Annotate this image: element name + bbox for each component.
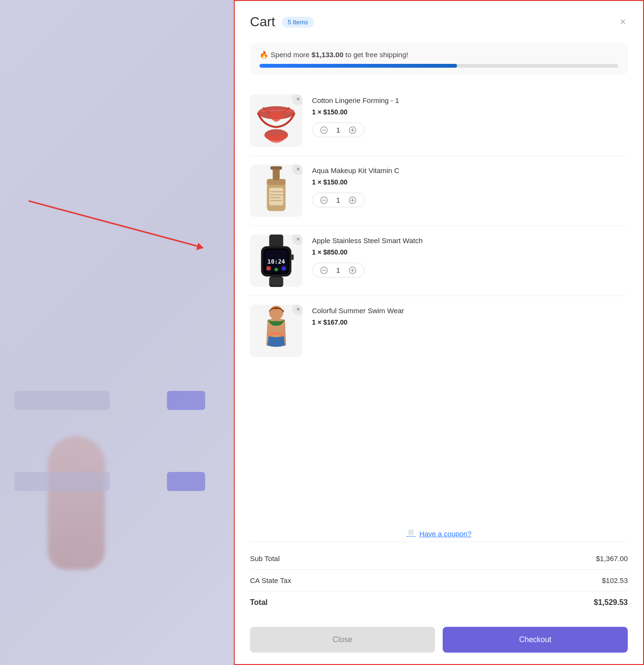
coupon-link[interactable]: 🦷 Have a coupon? [250,522,628,542]
svg-rect-12 [270,166,282,170]
decrease-qty-button[interactable] [320,196,328,204]
shipping-amount: $1,133.00 [312,51,343,59]
close-icon-button[interactable]: × [618,15,628,29]
total-row: Total $1,529.53 [250,592,628,614]
item-details: Colorful Summer Swim Wear 1 × $167.00 [312,305,628,333]
cart-title-area: Cart 5 Items [250,14,314,30]
tax-amount: $102.53 [602,576,628,584]
svg-rect-31 [269,276,283,287]
item-price: 1 × $167.00 [312,318,628,326]
bg-bar-accent [167,391,205,410]
svg-text:10:24: 10:24 [268,258,285,265]
checkout-button[interactable]: Checkout [443,627,628,653]
bg-figure [48,436,105,570]
shipping-progress-fill [260,64,457,68]
quantity-value: 1 [334,196,342,204]
coupon-icon: 🦷 [406,529,415,538]
item-price: 1 × $150.00 [312,178,628,186]
item-details: Aqua Makeup Kit Vitamin C 1 × $150.00 1 [312,164,628,207]
cart-panel: Cart 5 Items × 🔥 Spend more $1,133.00 to… [234,0,644,665]
bg-bar-accent [167,472,205,491]
item-name: Colorful Summer Swim Wear [312,307,628,315]
item-name: Aqua Makeup Kit Vitamin C [312,166,628,174]
item-price: 1 × $150.00 [312,108,628,116]
bg-bar [14,472,110,491]
cart-items-badge: 5 Items [282,17,314,28]
cart-item: × Colorful Summer [250,296,628,366]
shipping-prefix: 🔥 Spend more [260,51,312,59]
item-details: Apple Stainless Steel Smart Watch 1 × $8… [312,235,628,277]
bg-bar [14,391,110,410]
total-label: Total [250,598,268,607]
close-button[interactable]: Close [250,627,435,653]
item-details: Cotton Lingerie Forming - 1 1 × $150.00 … [312,94,628,137]
item-name: Apple Stainless Steel Smart Watch [312,236,628,245]
increase-qty-button[interactable] [349,126,356,134]
item-name: Cotton Lingerie Forming - 1 [312,96,628,104]
shipping-banner: 🔥 Spend more $1,133.00 to get free shipp… [250,43,628,74]
increase-qty-button[interactable] [349,266,356,274]
subtotal-row: Sub Total $1,367.00 [250,548,628,570]
coupon-label: Have a coupon? [419,530,471,538]
tax-label: CA State Tax [250,576,291,584]
decrease-qty-button[interactable] [320,126,328,134]
subtotal-amount: $1,367.00 [596,554,628,563]
svg-point-30 [281,266,286,271]
cart-item: × 10:24 [250,226,628,296]
quantity-control: 1 [312,263,364,277]
quantity-control: 1 [312,123,364,137]
increase-qty-button[interactable] [349,196,356,204]
quantity-value: 1 [334,126,342,134]
cart-title: Cart [250,14,275,30]
shipping-suffix: to get free shipping! [343,51,408,59]
total-amount: $1,529.53 [594,598,628,607]
shipping-progress-bar [260,64,618,68]
item-price: 1 × $850.00 [312,248,628,256]
cart-header: Cart 5 Items × [250,14,628,30]
svg-rect-23 [269,235,283,247]
item-image-wrap: × [250,305,302,357]
cart-totals: Sub Total $1,367.00 CA State Tax $102.53… [250,544,628,617]
svg-point-28 [266,266,271,271]
decrease-qty-button[interactable] [320,266,328,274]
item-image-wrap: × [250,164,302,217]
item-image-wrap: × [250,94,302,147]
cart-items-list: × Cotton Lingerie Forming - [250,86,628,514]
subtotal-label: Sub Total [250,554,280,563]
cart-item: × Aqua Makeup Kit Vitamin C [250,156,628,226]
shipping-message: 🔥 Spend more $1,133.00 to get free shipp… [260,51,618,59]
bg-blur-overlay [0,0,234,665]
svg-point-29 [274,268,278,271]
quantity-value: 1 [334,266,342,274]
tax-row: CA State Tax $102.53 [250,570,628,592]
cart-footer: Close Checkout [250,617,628,653]
quantity-control: 1 [312,193,364,207]
item-image-wrap: × 10:24 [250,235,302,287]
cart-item: × Cotton Lingerie Forming - [250,86,628,156]
svg-rect-35 [291,255,294,260]
background-panel [0,0,234,665]
svg-rect-13 [269,188,283,205]
